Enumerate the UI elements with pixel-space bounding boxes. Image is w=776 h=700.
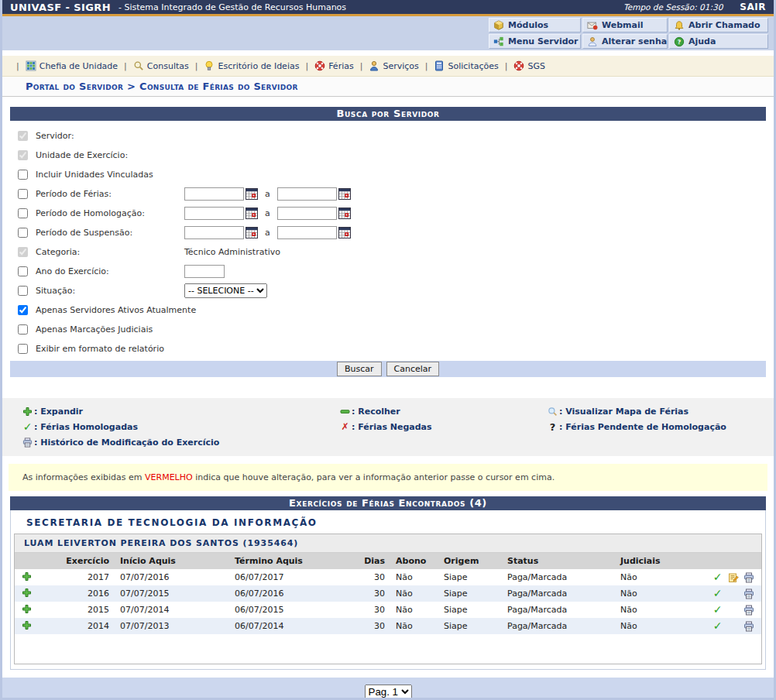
alterar-senha-button[interactable]: Alterar senha — [582, 34, 668, 49]
legend-label: : Férias Homologadas — [34, 422, 138, 432]
menu-item-escritorio-de-ideias[interactable]: Escritório de Ideias — [204, 60, 299, 71]
periodo-suspensao-checkbox[interactable] — [18, 228, 28, 238]
apenas-judiciais-label: Apenas Marcações Judiciais — [36, 324, 153, 335]
network-icon — [493, 36, 504, 47]
printer-icon[interactable] — [742, 621, 755, 632]
periodo-suspensao-label: Período de Suspensão: — [36, 228, 184, 238]
notice-suffix: indica que houve alteração, para ver a i… — [193, 472, 555, 482]
modulos-button[interactable]: Módulos — [489, 18, 581, 33]
periodo-ferias-start-input[interactable] — [184, 187, 244, 201]
cell-status: Paga/Marcada — [504, 585, 617, 602]
cell-abono: Não — [393, 618, 441, 634]
x-icon: ✗ — [339, 422, 351, 432]
printer-icon[interactable] — [742, 572, 755, 583]
menu-item-solicitacoes[interactable]: Solicitações — [434, 60, 498, 71]
periodo-homologacao-checkbox[interactable] — [18, 208, 28, 218]
menu-separator: | — [16, 61, 19, 71]
categoria-checkbox — [18, 247, 28, 257]
calendar-icon[interactable] — [246, 188, 258, 200]
cell-termino: 06/07/2016 — [232, 585, 357, 602]
menu-label: Solicitações — [448, 61, 498, 71]
incluir-vinculadas-checkbox[interactable] — [18, 170, 28, 180]
form-row-periodo-ferias: Período de Férias: a — [18, 184, 766, 204]
expand-plus-icon[interactable] — [15, 602, 49, 618]
cancelar-button[interactable]: Cancelar — [386, 362, 440, 376]
cell-status: Paga/Marcada — [504, 618, 617, 634]
expand-plus-icon[interactable] — [15, 585, 49, 602]
col-abono: Abono — [393, 553, 441, 569]
calendar-icon[interactable] — [338, 227, 351, 238]
menu-item-servicos[interactable]: Serviços — [369, 60, 418, 71]
col-exercicio: Exercício — [49, 553, 117, 569]
situacao-select[interactable]: -- SELECIONE -- — [184, 283, 267, 298]
magnifier-icon — [133, 60, 144, 71]
quick-button-grid: Módulos Webmail Abrir Chamado Menu Servi… — [489, 18, 768, 49]
notice-prefix: As informações exibidas em — [22, 472, 145, 482]
printer-icon[interactable] — [742, 588, 755, 599]
menu-item-chefia-de-unidade[interactable]: Chefia de Unidade — [26, 60, 118, 71]
expand-plus-icon[interactable] — [15, 618, 49, 634]
cell-status: Paga/Marcada — [504, 569, 617, 585]
date-range-separator: a — [265, 208, 270, 218]
calendar-icon[interactable] — [246, 227, 258, 238]
ajuda-button[interactable]: ? Ajuda — [669, 34, 768, 49]
calendar-icon[interactable] — [246, 208, 258, 219]
calendar-icon[interactable] — [338, 188, 351, 200]
menu-label: Consultas — [147, 61, 189, 71]
date-range-separator: a — [265, 228, 270, 238]
employee-name: LUAM LEIVERTON PEREIRA DOS SANTOS (19354… — [15, 534, 761, 553]
logout-link[interactable]: SAIR — [740, 2, 766, 12]
col-origem: Origem — [441, 553, 504, 569]
bell-icon — [674, 20, 685, 31]
calculator-icon — [434, 60, 445, 71]
cell-inicio: 07/07/2013 — [117, 618, 232, 634]
edit-icon[interactable] — [726, 572, 740, 583]
legend-historico: : Histórico de Modificação do Exercício — [22, 436, 339, 449]
menu-item-consultas[interactable]: Consultas — [133, 60, 189, 71]
periodo-suspensao-end-input[interactable] — [277, 226, 337, 239]
printer-icon[interactable] — [742, 605, 755, 616]
results-title-bar: Exercícios de Férias Encontrados (4) — [10, 496, 766, 510]
formato-relatorio-checkbox[interactable] — [18, 344, 28, 354]
ano-exercicio-input[interactable] — [184, 265, 225, 278]
periodo-homologacao-end-input[interactable] — [277, 207, 337, 220]
apenas-ativos-checkbox[interactable] — [18, 305, 28, 315]
apenas-judiciais-checkbox[interactable] — [18, 324, 28, 335]
cell-exercicio: 2015 — [49, 602, 117, 618]
calendar-icon[interactable] — [338, 208, 351, 219]
cell-abono: Não — [393, 585, 441, 602]
abrir-chamado-button[interactable]: Abrir Chamado — [669, 18, 768, 33]
check-icon: ✓ — [711, 588, 724, 599]
results-panel: SECRETARIA DE TECNOLOGIA DA INFORMAÇÃO L… — [10, 510, 766, 670]
buscar-button[interactable]: Buscar — [337, 362, 382, 376]
cell-dias: 30 — [357, 618, 393, 634]
cell-judiciais: Não — [617, 569, 704, 585]
menu-item-sgs[interactable]: SGS — [513, 60, 545, 71]
periodo-ferias-end-input[interactable] — [277, 187, 337, 201]
table-filler — [15, 634, 761, 664]
ano-exercicio-label: Ano do Exercício: — [36, 266, 184, 276]
page-select[interactable]: Pag. 1 — [365, 685, 412, 699]
periodo-ferias-checkbox[interactable] — [18, 189, 28, 199]
actions-column-header — [704, 553, 761, 569]
periodo-suspensao-start-input[interactable] — [184, 226, 244, 239]
form-row-periodo-suspensao: Período de Suspensão: a — [18, 223, 766, 242]
legend-label: : Histórico de Modificação do Exercício — [34, 438, 219, 448]
form-row-ano-exercicio: Ano do Exercício: — [18, 262, 766, 281]
menu-item-ferias[interactable]: Férias — [314, 60, 354, 71]
check-icon: ✓ — [711, 572, 724, 582]
cell-inicio: 07/07/2016 — [117, 569, 232, 585]
formato-relatorio-label: Exibir em formato de relatório — [36, 344, 164, 354]
expand-plus-icon[interactable] — [15, 569, 49, 585]
person-icon — [369, 60, 379, 71]
form-row-situacao: Situação: -- SELECIONE -- — [18, 281, 766, 300]
menu-separator: | — [195, 61, 198, 71]
form-row-apenas-ativos: Apenas Servidores Ativos Atualmente — [18, 300, 766, 320]
menu-servidor-button[interactable]: Menu Servidor — [489, 34, 581, 49]
ano-exercicio-checkbox[interactable] — [18, 266, 28, 276]
cell-termino: 06/07/2017 — [232, 569, 357, 585]
session-timer: Tempo de Sessão: 01:30 — [623, 2, 723, 12]
situacao-checkbox[interactable] — [18, 286, 28, 296]
periodo-homologacao-start-input[interactable] — [184, 207, 244, 220]
webmail-button[interactable]: Webmail — [582, 18, 668, 33]
